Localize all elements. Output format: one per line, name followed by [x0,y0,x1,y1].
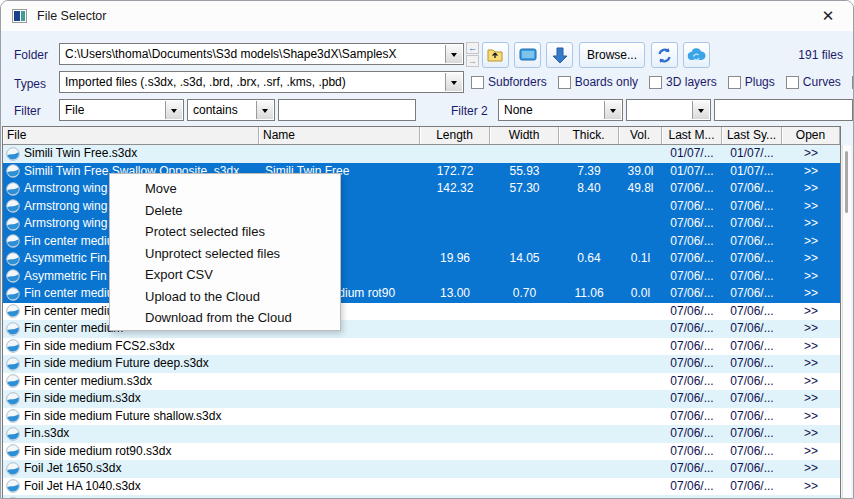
open-cell[interactable]: >> [782,198,840,216]
checkbox[interactable] [728,76,741,89]
close-icon[interactable]: ✕ [817,6,839,26]
column-header-file[interactable]: File [3,127,259,144]
column-header-lastm[interactable]: Last M... [662,127,722,144]
table-row[interactable]: Fin side medium rot90.s3dx 07/06/... 07/… [3,443,840,461]
open-cell[interactable]: >> [782,285,840,303]
shape3d-file-icon [6,357,20,371]
back-icon[interactable]: ← [466,42,479,54]
file-cell: Fin side medium Future deep.s3dx [3,355,259,373]
column-header-open[interactable]: Open [782,127,840,144]
chevron-down-icon[interactable] [445,45,462,63]
open-cell[interactable]: >> [782,373,840,391]
checkbox-option[interactable]: Plugs [728,75,775,89]
column-header-thick[interactable]: Thick. [559,127,619,144]
vol-cell [619,425,662,443]
open-cell[interactable]: >> [782,460,840,478]
checkbox-option[interactable]: Subforders [471,75,547,89]
open-cell[interactable]: >> [782,215,840,233]
column-header-lastsy[interactable]: Last Sy... [722,127,782,144]
open-cell[interactable]: >> [782,320,840,338]
table-row[interactable]: Fin side medium FCS2.s3dx 07/06/... 07/0… [3,338,840,356]
context-menu-item[interactable]: Delete [110,200,340,222]
open-cell[interactable]: >> [782,443,840,461]
checkbox[interactable] [558,76,571,89]
shape3d-file-icon [6,427,20,441]
chevron-down-icon[interactable] [256,101,273,119]
open-cell[interactable]: >> [782,495,840,498]
forward-icon[interactable]: → [466,55,479,67]
vol-cell [619,390,662,408]
table-row[interactable]: Foil Jet 1650.s3dx 07/06/... 07/06/... >… [3,460,840,478]
thick-cell [559,198,619,216]
table-row[interactable]: Fin.s3dx 07/06/... 07/06/... >> [3,425,840,443]
cloud-sync-button[interactable] [683,42,710,68]
thick-cell: 11.06 [559,285,619,303]
browse-button[interactable]: Browse... [579,42,645,68]
checkbox[interactable] [471,76,484,89]
open-cell[interactable]: >> [782,355,840,373]
checkbox[interactable] [786,76,799,89]
scrollbar-thumb[interactable] [845,151,848,213]
folder-up-button[interactable] [482,42,509,68]
open-cell[interactable]: >> [782,268,840,286]
open-cell[interactable]: >> [782,145,840,163]
open-cell[interactable]: >> [782,425,840,443]
open-cell[interactable]: >> [782,233,840,251]
context-menu-item[interactable]: Unprotect selected files [110,243,340,265]
table-row[interactable]: Fin side medium Future shallow.s3dx 07/0… [3,408,840,426]
checkbox-option[interactable]: Curves [786,75,841,89]
table-row[interactable]: Simili Twin Free.s3dx 01/07/... 01/07/..… [3,145,840,163]
length-cell [420,215,490,233]
context-menu-item[interactable]: Upload to the Cloud [110,286,340,308]
column-header-width[interactable]: Width [490,127,559,144]
open-cell[interactable]: >> [782,180,840,198]
table-row[interactable]: FishAsym.s3dx 07/06/... 07/06/... >> [3,495,840,498]
open-cell[interactable]: >> [782,390,840,408]
vol-cell [619,355,662,373]
open-cell[interactable]: >> [782,338,840,356]
context-menu-item[interactable]: Move [110,178,340,200]
thick-cell [559,425,619,443]
file-cell: Simili Twin Free.s3dx [3,145,259,163]
folder-combobox[interactable]: C:\Users\thoma\Documents\S3d models\Shap… [59,43,464,65]
desktop-button[interactable] [514,42,541,68]
context-menu-item[interactable]: Export CSV [110,264,340,286]
chevron-down-icon[interactable] [165,101,182,119]
context-menu: Move Delete Protect selected files Unpro… [109,173,341,331]
filter-field-combobox[interactable]: File [59,99,184,121]
name-cell [259,338,420,356]
chevron-down-icon[interactable] [445,73,462,91]
filter-text-input[interactable] [278,99,416,121]
column-header-length[interactable]: Length [420,127,490,144]
open-cell[interactable]: >> [782,408,840,426]
filter2-text-input[interactable] [714,99,853,121]
table-row[interactable]: Fin center medium.s3dx 07/06/... 07/06/.… [3,373,840,391]
chevron-down-icon[interactable] [692,101,709,119]
checkbox-option[interactable]: Boards only [558,75,638,89]
chevron-down-icon[interactable] [604,101,621,119]
column-header-vol[interactable]: Vol. [619,127,662,144]
download-list-button[interactable] [546,42,573,68]
context-menu-item[interactable]: Download from the Cloud [110,307,340,329]
table-row[interactable]: Fin side medium.s3dx 07/06/... 07/06/...… [3,390,840,408]
last-modified-cell: 07/06/... [662,268,722,286]
open-cell[interactable]: >> [782,163,840,181]
table-row[interactable]: Foil Jet HA 1040.s3dx 07/06/... 07/06/..… [3,478,840,496]
name-cell [259,355,420,373]
open-cell[interactable]: >> [782,250,840,268]
checkbox-option[interactable]: 3D layers [649,75,717,89]
thick-cell [559,233,619,251]
checkbox[interactable] [649,76,662,89]
refresh-button[interactable] [651,42,678,68]
open-cell[interactable]: >> [782,478,840,496]
length-cell [420,145,490,163]
table-row[interactable]: Fin side medium Future deep.s3dx 07/06/.… [3,355,840,373]
types-combobox[interactable]: Imported files (.s3dx, .s3d, .brd, .brx,… [59,71,464,93]
context-menu-item[interactable]: Protect selected files [110,221,340,243]
open-cell[interactable]: >> [782,303,840,321]
filter2-op-combobox[interactable] [626,99,711,121]
column-header-name[interactable]: Name [259,127,420,144]
filter2-field-combobox[interactable]: None [498,99,623,121]
filter-op-combobox[interactable]: contains [187,99,275,121]
length-cell [420,460,490,478]
